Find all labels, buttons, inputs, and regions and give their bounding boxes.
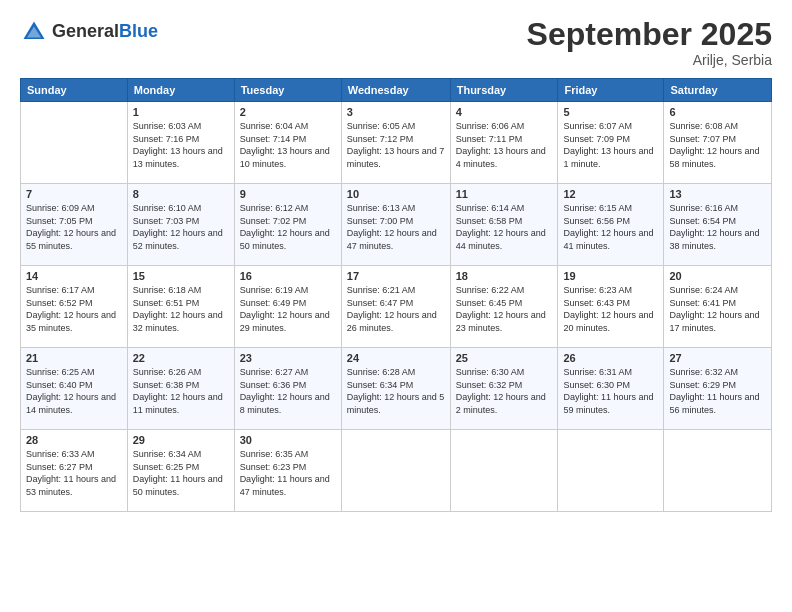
calendar-cell: 5Sunrise: 6:07 AM Sunset: 7:09 PM Daylig… (558, 102, 664, 184)
logo-text: GeneralBlue (52, 22, 158, 42)
day-number: 28 (26, 434, 122, 446)
calendar-cell: 26Sunrise: 6:31 AM Sunset: 6:30 PM Dayli… (558, 348, 664, 430)
calendar-page: GeneralBlue September 2025 Arilje, Serbi… (0, 0, 792, 612)
weekday-header-sunday: Sunday (21, 79, 128, 102)
calendar-body: 1Sunrise: 6:03 AM Sunset: 7:16 PM Daylig… (21, 102, 772, 512)
day-info: Sunrise: 6:12 AM Sunset: 7:02 PM Dayligh… (240, 202, 336, 252)
day-number: 4 (456, 106, 553, 118)
calendar-cell: 20Sunrise: 6:24 AM Sunset: 6:41 PM Dayli… (664, 266, 772, 348)
calendar-table: SundayMondayTuesdayWednesdayThursdayFrid… (20, 78, 772, 512)
calendar-cell: 7Sunrise: 6:09 AM Sunset: 7:05 PM Daylig… (21, 184, 128, 266)
day-number: 5 (563, 106, 658, 118)
day-number: 2 (240, 106, 336, 118)
week-row-1: 1Sunrise: 6:03 AM Sunset: 7:16 PM Daylig… (21, 102, 772, 184)
calendar-cell: 1Sunrise: 6:03 AM Sunset: 7:16 PM Daylig… (127, 102, 234, 184)
title-block: September 2025 Arilje, Serbia (527, 18, 772, 68)
day-number: 11 (456, 188, 553, 200)
calendar-cell: 18Sunrise: 6:22 AM Sunset: 6:45 PM Dayli… (450, 266, 558, 348)
calendar-cell: 17Sunrise: 6:21 AM Sunset: 6:47 PM Dayli… (341, 266, 450, 348)
calendar-cell: 6Sunrise: 6:08 AM Sunset: 7:07 PM Daylig… (664, 102, 772, 184)
day-info: Sunrise: 6:10 AM Sunset: 7:03 PM Dayligh… (133, 202, 229, 252)
calendar-cell: 9Sunrise: 6:12 AM Sunset: 7:02 PM Daylig… (234, 184, 341, 266)
calendar-cell: 14Sunrise: 6:17 AM Sunset: 6:52 PM Dayli… (21, 266, 128, 348)
month-title: September 2025 (527, 18, 772, 50)
week-row-2: 7Sunrise: 6:09 AM Sunset: 7:05 PM Daylig… (21, 184, 772, 266)
week-row-5: 28Sunrise: 6:33 AM Sunset: 6:27 PM Dayli… (21, 430, 772, 512)
day-info: Sunrise: 6:23 AM Sunset: 6:43 PM Dayligh… (563, 284, 658, 334)
calendar-cell (450, 430, 558, 512)
day-info: Sunrise: 6:31 AM Sunset: 6:30 PM Dayligh… (563, 366, 658, 416)
calendar-cell (664, 430, 772, 512)
calendar-cell: 3Sunrise: 6:05 AM Sunset: 7:12 PM Daylig… (341, 102, 450, 184)
calendar-cell: 30Sunrise: 6:35 AM Sunset: 6:23 PM Dayli… (234, 430, 341, 512)
calendar-cell: 27Sunrise: 6:32 AM Sunset: 6:29 PM Dayli… (664, 348, 772, 430)
weekday-header-thursday: Thursday (450, 79, 558, 102)
day-number: 24 (347, 352, 445, 364)
day-info: Sunrise: 6:35 AM Sunset: 6:23 PM Dayligh… (240, 448, 336, 498)
day-number: 9 (240, 188, 336, 200)
day-number: 23 (240, 352, 336, 364)
day-number: 7 (26, 188, 122, 200)
day-number: 29 (133, 434, 229, 446)
day-number: 1 (133, 106, 229, 118)
weekday-header-saturday: Saturday (664, 79, 772, 102)
day-number: 10 (347, 188, 445, 200)
calendar-cell: 29Sunrise: 6:34 AM Sunset: 6:25 PM Dayli… (127, 430, 234, 512)
calendar-header: SundayMondayTuesdayWednesdayThursdayFrid… (21, 79, 772, 102)
calendar-cell: 28Sunrise: 6:33 AM Sunset: 6:27 PM Dayli… (21, 430, 128, 512)
logo: GeneralBlue (20, 18, 158, 46)
day-number: 21 (26, 352, 122, 364)
calendar-cell: 22Sunrise: 6:26 AM Sunset: 6:38 PM Dayli… (127, 348, 234, 430)
day-info: Sunrise: 6:26 AM Sunset: 6:38 PM Dayligh… (133, 366, 229, 416)
day-number: 19 (563, 270, 658, 282)
day-number: 22 (133, 352, 229, 364)
day-number: 15 (133, 270, 229, 282)
day-number: 3 (347, 106, 445, 118)
day-info: Sunrise: 6:22 AM Sunset: 6:45 PM Dayligh… (456, 284, 553, 334)
day-info: Sunrise: 6:17 AM Sunset: 6:52 PM Dayligh… (26, 284, 122, 334)
day-info: Sunrise: 6:19 AM Sunset: 6:49 PM Dayligh… (240, 284, 336, 334)
day-number: 20 (669, 270, 766, 282)
day-info: Sunrise: 6:13 AM Sunset: 7:00 PM Dayligh… (347, 202, 445, 252)
day-info: Sunrise: 6:24 AM Sunset: 6:41 PM Dayligh… (669, 284, 766, 334)
calendar-cell: 15Sunrise: 6:18 AM Sunset: 6:51 PM Dayli… (127, 266, 234, 348)
day-info: Sunrise: 6:21 AM Sunset: 6:47 PM Dayligh… (347, 284, 445, 334)
calendar-cell (558, 430, 664, 512)
week-row-4: 21Sunrise: 6:25 AM Sunset: 6:40 PM Dayli… (21, 348, 772, 430)
day-info: Sunrise: 6:15 AM Sunset: 6:56 PM Dayligh… (563, 202, 658, 252)
calendar-cell: 8Sunrise: 6:10 AM Sunset: 7:03 PM Daylig… (127, 184, 234, 266)
day-info: Sunrise: 6:14 AM Sunset: 6:58 PM Dayligh… (456, 202, 553, 252)
day-info: Sunrise: 6:33 AM Sunset: 6:27 PM Dayligh… (26, 448, 122, 498)
day-info: Sunrise: 6:18 AM Sunset: 6:51 PM Dayligh… (133, 284, 229, 334)
day-info: Sunrise: 6:09 AM Sunset: 7:05 PM Dayligh… (26, 202, 122, 252)
calendar-cell: 25Sunrise: 6:30 AM Sunset: 6:32 PM Dayli… (450, 348, 558, 430)
day-info: Sunrise: 6:34 AM Sunset: 6:25 PM Dayligh… (133, 448, 229, 498)
day-info: Sunrise: 6:06 AM Sunset: 7:11 PM Dayligh… (456, 120, 553, 170)
day-number: 17 (347, 270, 445, 282)
day-number: 18 (456, 270, 553, 282)
day-number: 16 (240, 270, 336, 282)
day-info: Sunrise: 6:05 AM Sunset: 7:12 PM Dayligh… (347, 120, 445, 170)
calendar-cell: 2Sunrise: 6:04 AM Sunset: 7:14 PM Daylig… (234, 102, 341, 184)
day-number: 26 (563, 352, 658, 364)
calendar-cell (21, 102, 128, 184)
day-info: Sunrise: 6:16 AM Sunset: 6:54 PM Dayligh… (669, 202, 766, 252)
calendar-cell: 23Sunrise: 6:27 AM Sunset: 6:36 PM Dayli… (234, 348, 341, 430)
calendar-cell: 21Sunrise: 6:25 AM Sunset: 6:40 PM Dayli… (21, 348, 128, 430)
day-info: Sunrise: 6:25 AM Sunset: 6:40 PM Dayligh… (26, 366, 122, 416)
weekday-header-row: SundayMondayTuesdayWednesdayThursdayFrid… (21, 79, 772, 102)
day-number: 13 (669, 188, 766, 200)
week-row-3: 14Sunrise: 6:17 AM Sunset: 6:52 PM Dayli… (21, 266, 772, 348)
calendar-cell: 11Sunrise: 6:14 AM Sunset: 6:58 PM Dayli… (450, 184, 558, 266)
day-number: 6 (669, 106, 766, 118)
calendar-cell: 10Sunrise: 6:13 AM Sunset: 7:00 PM Dayli… (341, 184, 450, 266)
day-number: 27 (669, 352, 766, 364)
calendar-cell: 12Sunrise: 6:15 AM Sunset: 6:56 PM Dayli… (558, 184, 664, 266)
day-number: 8 (133, 188, 229, 200)
day-info: Sunrise: 6:04 AM Sunset: 7:14 PM Dayligh… (240, 120, 336, 170)
weekday-header-monday: Monday (127, 79, 234, 102)
day-info: Sunrise: 6:08 AM Sunset: 7:07 PM Dayligh… (669, 120, 766, 170)
weekday-header-wednesday: Wednesday (341, 79, 450, 102)
day-info: Sunrise: 6:07 AM Sunset: 7:09 PM Dayligh… (563, 120, 658, 170)
logo-icon (20, 18, 48, 46)
